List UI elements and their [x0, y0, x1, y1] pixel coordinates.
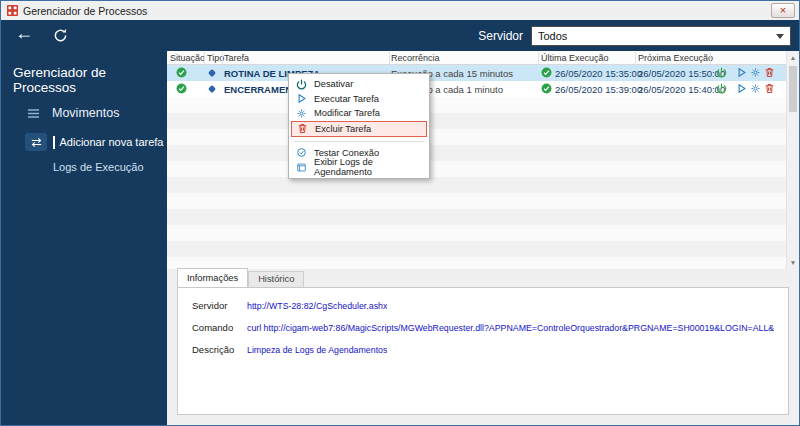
edit-task-button[interactable]: [750, 67, 761, 78]
detail-field-servidor: Servidor http://WTS-28:82/CgScheduler.as…: [192, 300, 774, 311]
column-separator: [222, 52, 223, 64]
details-tabs: Informações Histórico: [177, 269, 304, 287]
trash-icon: [296, 123, 309, 134]
edit-task-button[interactable]: [750, 83, 761, 94]
main-content: Situação Tipo Tarefa Recorrência Última …: [167, 51, 799, 425]
status-ok-icon: [176, 83, 187, 94]
gear-icon: [750, 67, 761, 78]
trash-icon: [764, 83, 775, 94]
table-header-row: Situação Tipo Tarefa Recorrência Última …: [167, 51, 786, 65]
title-bar: Gerenciador de Processos ×: [1, 1, 799, 20]
menu-item-exibir-logs[interactable]: Exibir Logs de Agendamento: [291, 160, 427, 175]
menu-item-label: Exibir Logs de Agendamento: [314, 157, 423, 177]
menu-item-label: Modificar Tarefa: [314, 108, 380, 118]
logs-icon: [295, 162, 308, 173]
window-title: Gerenciador de Processos: [23, 5, 147, 17]
close-button[interactable]: ×: [771, 3, 795, 18]
chevron-down-icon: [776, 34, 784, 39]
toggle-active-button[interactable]: [716, 83, 727, 94]
sidebar-title: Gerenciador de Processos: [13, 65, 167, 95]
empty-rows-area: [167, 97, 786, 269]
trash-icon: [764, 67, 775, 78]
play-icon: [736, 67, 747, 78]
table-row[interactable]: ROTINA DE LIMPEZA Execução a cada 15 min…: [167, 65, 786, 81]
refresh-button[interactable]: [53, 28, 68, 43]
field-value: Limpeza de Logs de Agendamentos: [247, 345, 387, 355]
last-execution: 26/05/2020 15:39:00: [555, 84, 642, 95]
scroll-up-arrow[interactable]: ▲: [787, 54, 799, 61]
next-execution: 26/05/2020 15:40:00: [638, 84, 725, 95]
scrollbar-thumb[interactable]: [789, 66, 797, 112]
column-header-situacao: Situação: [170, 53, 205, 63]
column-header-ultima-execucao: Última Execução: [541, 53, 609, 63]
menu-hamburger-icon: [27, 108, 40, 119]
menu-item-excluir-tarefa[interactable]: Excluir Tarefa: [291, 121, 427, 137]
top-bar: ← Servidor Todos: [1, 20, 799, 51]
close-icon: ×: [780, 5, 786, 16]
refresh-icon: [53, 28, 68, 43]
tab-informacoes[interactable]: Informações: [177, 268, 248, 287]
column-separator: [204, 52, 205, 64]
server-dropdown-value: Todos: [538, 30, 567, 42]
menu-item-modificar-tarefa[interactable]: Modificar Tarefa: [291, 106, 427, 121]
field-label: Comando: [192, 322, 247, 333]
column-header-tarefa: Tarefa: [224, 53, 249, 63]
sidebar: Gerenciador de Processos Movimentos Adic…: [1, 51, 167, 425]
last-run-ok-icon: [541, 83, 552, 94]
play-icon: [736, 83, 747, 94]
column-separator: [538, 52, 539, 64]
task-table: Situação Tipo Tarefa Recorrência Última …: [167, 51, 799, 269]
back-button[interactable]: ←: [15, 23, 33, 44]
field-value: http://WTS-28:82/CgScheduler.ashx: [247, 301, 387, 311]
app-logo-icon: [7, 5, 18, 16]
power-icon: [716, 83, 727, 94]
detail-field-descricao: Descrição Limpeza de Logs de Agendamento…: [192, 344, 774, 355]
sidebar-item-adicionar-nova-tarefa[interactable]: Adicionar nova tarefa: [25, 133, 163, 151]
menu-item-executar-tarefa[interactable]: Executar Tarefa: [291, 92, 427, 107]
sidebar-item-movimentos[interactable]: Movimentos: [27, 106, 119, 120]
server-label: Servidor: [478, 29, 523, 43]
sidebar-item-label: Adicionar nova tarefa: [60, 136, 164, 148]
sidebar-item-label: Movimentos: [52, 106, 119, 120]
run-task-button[interactable]: [736, 67, 747, 78]
menu-item-label: Desativar: [314, 79, 353, 89]
app-window: Gerenciador de Processos × ← Servidor To…: [0, 0, 800, 426]
menu-separator: [294, 141, 424, 142]
toggle-active-button[interactable]: [716, 67, 727, 78]
details-panel: Servidor http://WTS-28:82/CgScheduler.as…: [177, 287, 789, 415]
vertical-scrollbar[interactable]: ▲ ▼: [786, 51, 799, 269]
power-icon: [716, 67, 727, 78]
last-run-ok-icon: [541, 67, 552, 78]
run-task-button[interactable]: [736, 83, 747, 94]
menu-item-label: Executar Tarefa: [314, 94, 379, 104]
delete-task-button[interactable]: [764, 83, 775, 94]
test-connection-icon: [295, 147, 308, 158]
column-separator: [635, 52, 636, 64]
menu-item-label: Excluir Tarefa: [315, 124, 371, 134]
sidebar-item-logs-de-execucao[interactable]: Logs de Execução: [53, 161, 144, 173]
gear-icon: [750, 83, 761, 94]
task-context-menu: Desativar Executar Tarefa Modificar Tare…: [288, 73, 430, 179]
scroll-down-arrow[interactable]: ▼: [787, 259, 799, 266]
server-dropdown[interactable]: Todos: [531, 26, 791, 46]
field-value: curl http://cigam-web7:86/MagicScripts/M…: [247, 323, 774, 333]
column-header-recorrencia: Recorrência: [391, 53, 440, 63]
field-label: Servidor: [192, 300, 247, 311]
last-execution: 26/05/2020 15:35:00: [555, 68, 642, 79]
power-icon: [295, 79, 308, 90]
delete-task-button[interactable]: [764, 67, 775, 78]
table-row[interactable]: ENCERRAMENTO AUT Execução a cada 1 minut…: [167, 81, 786, 97]
menu-item-label: Testar Conexão: [314, 148, 379, 158]
sidebar-item-label: Logs de Execução: [53, 161, 144, 173]
menu-item-desativar[interactable]: Desativar: [291, 77, 427, 92]
column-separator: [389, 52, 390, 64]
task-type-icon: [207, 84, 217, 94]
next-execution: 26/05/2020 15:50:00: [638, 68, 725, 79]
detail-field-comando: Comando curl http://cigam-web7:86/MagicS…: [192, 322, 774, 333]
task-type-icon: [207, 68, 217, 78]
column-separator: [710, 52, 711, 64]
swap-arrows-icon: [25, 133, 47, 151]
column-header-proxima-execucao: Próxima Execução: [638, 53, 713, 63]
gear-icon: [295, 108, 308, 119]
tab-historico[interactable]: Histórico: [248, 271, 304, 287]
